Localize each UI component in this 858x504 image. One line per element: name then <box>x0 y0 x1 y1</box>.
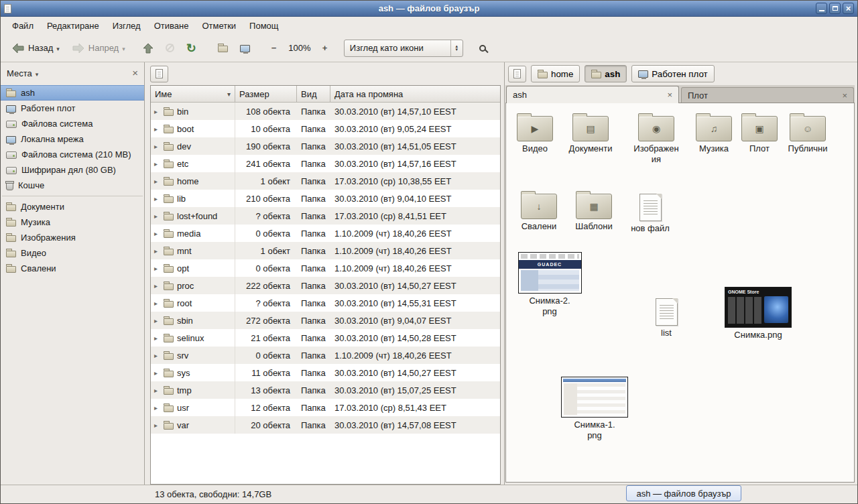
view-mode-select[interactable]: Изглед като икони <box>344 40 463 57</box>
pathbar-pane-button[interactable] <box>508 66 526 82</box>
up-button[interactable] <box>139 40 158 56</box>
icon-item-snimka[interactable]: GNOME StoreСнимка.png <box>723 287 793 340</box>
icon-item-desktop[interactable]: ▣Плот <box>734 113 785 154</box>
expander-icon[interactable]: ▸ <box>154 195 160 202</box>
column-header-size[interactable]: Размер <box>235 86 297 103</box>
tree-row[interactable]: ▸lost+found? обектаПапка17.03.2010 (ср) … <box>151 207 500 225</box>
close-button[interactable] <box>843 3 854 14</box>
expander-icon[interactable]: ▸ <box>154 352 160 359</box>
menu-item-go[interactable]: Отиване <box>148 19 195 33</box>
sidebar-close-button[interactable] <box>132 68 138 78</box>
home-button[interactable] <box>214 41 232 55</box>
window-icon[interactable] <box>4 4 11 13</box>
expander-icon[interactable]: ▸ <box>154 282 160 290</box>
tree-row[interactable]: ▸media0 обектаПапка1.10.2009 (чт) 18,40,… <box>151 225 500 242</box>
tree-row[interactable]: ▸bin108 обектаПапка30.03.2010 (вт) 14,57… <box>151 103 500 120</box>
icon-item-templates[interactable]: ▦Шаблони <box>568 190 619 232</box>
sidebar-item-filesystem-210mb[interactable]: Файлова система (210 MB) <box>1 147 144 162</box>
expander-icon[interactable]: ▸ <box>154 125 160 133</box>
expander-icon[interactable]: ▸ <box>154 212 160 220</box>
sidebar-item-encrypted-80gb[interactable]: Шифриран дял (80 GB) <box>1 162 144 178</box>
tree-row[interactable]: ▸sbin272 обектаПапка30.03.2010 (вт) 9,04… <box>151 312 500 329</box>
tree-row[interactable]: ▸selinux21 обектаПапка30.03.2010 (вт) 14… <box>151 329 500 346</box>
reload-button[interactable]: ↻ <box>182 40 200 56</box>
zoom-out-button[interactable]: − <box>267 40 281 56</box>
tree-row[interactable]: ▸usr12 обектаПапка17.03.2010 (ср) 8,51,4… <box>151 399 500 416</box>
expander-icon[interactable]: ▸ <box>154 317 160 324</box>
expander-icon[interactable]: ▸ <box>154 143 160 150</box>
icon-item-music[interactable]: ♫Музика <box>688 113 739 154</box>
icon-item-video[interactable]: ▶Видео <box>509 113 560 154</box>
root-location-button[interactable] <box>150 66 168 82</box>
sidebar-item-pictures[interactable]: Изображения <box>1 230 144 245</box>
tree-row[interactable]: ▸mnt1 обектПапка1.10.2009 (чт) 18,40,26 … <box>151 242 500 259</box>
expander-icon[interactable]: ▸ <box>154 404 160 412</box>
column-header-date[interactable]: Дата на промяна <box>330 86 500 103</box>
tree-row[interactable]: ▸boot10 обектаПапка30.03.2010 (вт) 9,05,… <box>151 120 500 137</box>
menu-item-bookmarks[interactable]: Отметки <box>196 19 242 33</box>
tab-close-button[interactable]: × <box>667 90 672 100</box>
icon-item-documents[interactable]: ▤Документи <box>565 113 616 154</box>
minimize-button[interactable] <box>816 3 827 14</box>
tree-row[interactable]: ▸opt0 обектаПапка1.10.2009 (чт) 18,40,26… <box>151 259 500 277</box>
menu-item-file[interactable]: Файл <box>6 19 40 33</box>
tree-row[interactable]: ▸srv0 обектаПапка1.10.2009 (чт) 18,40,26… <box>151 346 500 364</box>
tree-row[interactable]: ▸etc241 обектаПапка30.03.2010 (вт) 14,57… <box>151 155 500 172</box>
back-dropdown-icon[interactable] <box>56 43 60 53</box>
forward-button[interactable]: Напред <box>68 40 129 56</box>
expander-icon[interactable]: ▸ <box>154 230 160 237</box>
sidebar-item-ash[interactable]: ash <box>1 85 144 101</box>
icon-item-snimka-2[interactable]: GUADECСнимка-2. png <box>515 252 585 317</box>
expander-icon[interactable]: ▸ <box>154 265 160 272</box>
sidebar-item-documents[interactable]: Документи <box>1 199 144 214</box>
tree-row[interactable]: ▸tmp13 обектаПапка30.03.2010 (вт) 15,07,… <box>151 381 500 399</box>
expander-icon[interactable]: ▸ <box>154 108 160 115</box>
icon-item-new-file[interactable]: нов файл <box>625 192 676 234</box>
sidebar-item-downloads[interactable]: Свалени <box>1 261 144 276</box>
icon-item-public[interactable]: ☺Публични <box>782 113 833 154</box>
tab-close-button[interactable]: × <box>842 90 847 101</box>
tab-desktop[interactable]: Плот× <box>681 87 854 103</box>
icon-item-downloads[interactable]: ↓Свалени <box>513 190 564 232</box>
tree-row[interactable]: ▸sys11 обектаПапка30.03.2010 (вт) 14,50,… <box>151 364 500 381</box>
path-button-desktop[interactable]: Работен плот <box>631 65 714 82</box>
sidebar-chevron-icon[interactable] <box>36 68 39 78</box>
tree-row[interactable]: ▸var20 обектаПапка30.03.2010 (вт) 14,57,… <box>151 416 500 434</box>
expander-icon[interactable]: ▸ <box>154 178 160 185</box>
menu-item-view[interactable]: Изглед <box>107 19 147 33</box>
stop-button[interactable] <box>162 41 178 55</box>
maximize-button[interactable] <box>829 3 841 14</box>
path-button-ash[interactable]: ash <box>585 65 627 82</box>
search-button[interactable] <box>475 42 490 54</box>
expander-icon[interactable]: ▸ <box>154 247 160 255</box>
sidebar-item-local-network[interactable]: Локална мрежа <box>1 131 144 147</box>
sidebar-item-desktop[interactable]: Работен плот <box>1 101 144 116</box>
menu-item-help[interactable]: Помощ <box>243 19 284 33</box>
icon-item-list[interactable]: list <box>641 296 692 338</box>
tree-row[interactable]: ▸root? обектаПапка30.03.2010 (вт) 14,55,… <box>151 294 500 312</box>
tree-row[interactable]: ▸proc222 обектаПапка30.03.2010 (вт) 14,5… <box>151 277 500 294</box>
icon-item-snimka-1[interactable]: Снимка-1. png <box>560 377 629 441</box>
path-button-home[interactable]: home <box>531 65 580 82</box>
computer-button[interactable] <box>236 42 254 55</box>
zoom-in-button[interactable]: + <box>318 40 332 56</box>
menu-item-edit[interactable]: Редактиране <box>41 19 105 33</box>
taskbar-window-button[interactable]: ash — файлов браузър <box>626 485 741 501</box>
icon-item-pictures[interactable]: ◉Изображен ия <box>631 113 682 165</box>
tree-row[interactable]: ▸dev190 обектаПапка30.03.2010 (вт) 14,51… <box>151 137 500 155</box>
expander-icon[interactable]: ▸ <box>154 422 160 429</box>
spin-arrows-icon[interactable] <box>450 40 463 56</box>
tab-ash[interactable]: ash× <box>506 86 679 103</box>
tree-row[interactable]: ▸lib210 обектаПапка30.03.2010 (вт) 9,04,… <box>151 190 500 207</box>
titlebar[interactable]: ash — файлов браузър <box>1 1 857 17</box>
column-header-type[interactable]: Вид <box>297 86 330 103</box>
expander-icon[interactable]: ▸ <box>154 387 160 394</box>
expander-icon[interactable]: ▸ <box>154 334 160 342</box>
expander-icon[interactable]: ▸ <box>154 300 160 307</box>
expander-icon[interactable]: ▸ <box>154 160 160 168</box>
sidebar-item-filesystem[interactable]: Файлова система <box>1 116 144 131</box>
zoom-level[interactable]: 100% <box>285 43 314 53</box>
column-header-name[interactable]: Име▾ <box>151 86 235 103</box>
expander-icon[interactable]: ▸ <box>154 369 160 377</box>
tree-row[interactable]: ▸home1 обектПапка17.03.2010 (ср) 10,38,5… <box>151 172 500 190</box>
